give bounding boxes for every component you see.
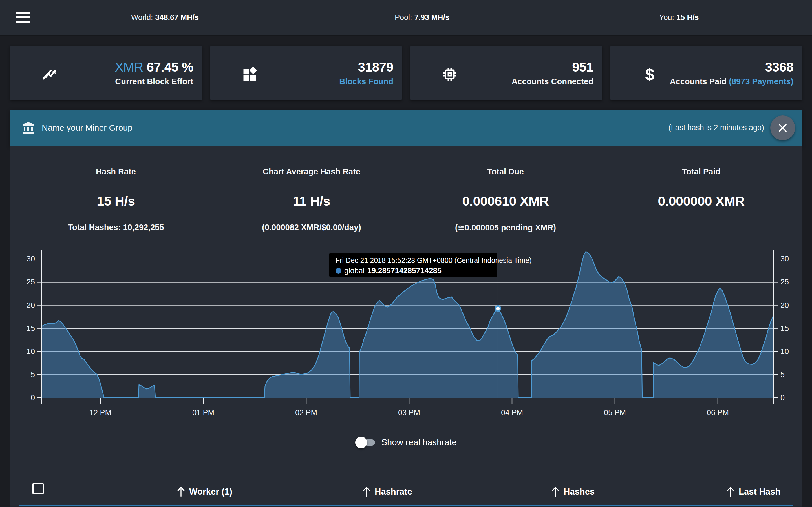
- widgets-icon: [241, 65, 259, 83]
- svg-text:15: 15: [780, 324, 789, 333]
- card-accounts-paid: $ 3368 Accounts Paid (8973 Payments): [610, 46, 802, 100]
- svg-text:20: 20: [27, 301, 35, 309]
- miner-group-name-input[interactable]: [42, 121, 487, 135]
- card-block-effort: XMR 67.45 % Current Block Effort: [10, 46, 202, 100]
- world-value: 348.67 MH/s: [155, 13, 199, 22]
- dollar-icon: $: [641, 65, 659, 83]
- svg-text:30: 30: [780, 255, 789, 263]
- world-label: World:: [131, 13, 153, 22]
- svg-text:04 PM: 04 PM: [501, 408, 523, 417]
- chart-tooltip: Fri Dec 21 2018 15:52:23 GMT+0800 (Centr…: [329, 252, 497, 277]
- show-real-hashrate-toggle[interactable]: [355, 436, 375, 449]
- hashrate-chart[interactable]: 00551010151520202525303012 PM01 PM02 PM0…: [10, 146, 802, 507]
- bank-icon: [21, 121, 35, 136]
- toggle-row: Show real hashrate: [10, 433, 802, 452]
- close-button[interactable]: [770, 115, 795, 140]
- svg-text:03 PM: 03 PM: [398, 408, 420, 417]
- svg-text:05 PM: 05 PM: [604, 408, 626, 417]
- svg-text:0: 0: [31, 393, 35, 402]
- pool-hashrate: Pool: 7.93 MH/s: [395, 0, 449, 35]
- select-all-checkbox[interactable]: [33, 483, 44, 494]
- block-effort-value: XMR 67.45 %: [115, 61, 193, 73]
- svg-text:12 PM: 12 PM: [89, 408, 111, 417]
- tooltip-series-name: global: [344, 267, 364, 275]
- svg-text:10: 10: [27, 347, 35, 356]
- svg-text:30: 30: [27, 255, 35, 263]
- close-icon: [777, 122, 788, 133]
- tooltip-timestamp: Fri Dec 21 2018 15:52:23 GMT+0800 (Centr…: [336, 256, 491, 265]
- column-header-last-hash[interactable]: Last Hash: [726, 483, 780, 500]
- sort-arrow-up-icon: [726, 486, 735, 497]
- svg-text:02 PM: 02 PM: [295, 408, 317, 417]
- card-accounts-connected: 951 Accounts Connected: [410, 46, 602, 100]
- svg-text:25: 25: [27, 278, 35, 286]
- svg-text:15: 15: [27, 324, 35, 333]
- last-hash-status: (Last hash is 2 minutes ago): [668, 110, 764, 146]
- accounts-paid-label: Accounts Paid (8973 Payments): [670, 77, 794, 86]
- sort-arrow-up-icon: [176, 486, 186, 497]
- trending-chart-icon: [41, 65, 59, 83]
- svg-text:10: 10: [780, 347, 789, 356]
- accounts-paid-value: 3368: [765, 61, 794, 73]
- card-blocks-found: 31879 Blocks Found: [210, 46, 402, 100]
- world-hashrate: World: 348.67 MH/s: [131, 0, 199, 35]
- accounts-connected-label: Accounts Connected: [511, 77, 593, 86]
- column-header-hashes[interactable]: Hashes: [551, 483, 595, 500]
- series-dot-icon: [336, 268, 342, 274]
- sort-arrow-up-icon: [362, 486, 371, 497]
- svg-text:25: 25: [780, 278, 789, 286]
- svg-text:5: 5: [31, 371, 35, 379]
- menu-icon[interactable]: [16, 11, 31, 24]
- svg-text:5: 5: [780, 371, 784, 379]
- xmr-prefix: XMR: [115, 60, 143, 74]
- your-hashrate: You: 15 H/s: [659, 0, 699, 35]
- payments-link[interactable]: (8973 Payments): [729, 77, 794, 86]
- toggle-knob: [355, 437, 367, 448]
- blocks-found-value: 31879: [358, 61, 393, 73]
- svg-text:20: 20: [780, 301, 789, 309]
- miner-group-banner: (Last hash is 2 minutes ago): [10, 110, 802, 146]
- top-bar: World: 348.67 MH/s Pool: 7.93 MH/s You: …: [0, 0, 812, 36]
- svg-text:01 PM: 01 PM: [192, 408, 214, 417]
- miner-stats-panel: Hash Rate 15 H/s Total Hashes: 10,292,25…: [10, 146, 802, 507]
- you-label: You:: [659, 13, 674, 22]
- blocks-found-link[interactable]: Blocks Found: [339, 77, 393, 86]
- stat-cards: XMR 67.45 % Current Block Effort 31879 B…: [10, 46, 802, 100]
- toggle-label: Show real hashrate: [381, 438, 456, 448]
- sort-arrow-up-icon: [551, 486, 560, 497]
- column-header-hashrate[interactable]: Hashrate: [362, 483, 412, 500]
- tooltip-value: 19.285714285714285: [367, 267, 442, 275]
- svg-text:0: 0: [780, 393, 784, 402]
- block-effort-label: Current Block Effort: [115, 77, 193, 86]
- you-value: 15 H/s: [676, 13, 699, 22]
- pool-value: 7.93 MH/s: [414, 13, 450, 22]
- mining-dashboard: World: 348.67 MH/s Pool: 7.93 MH/s You: …: [0, 0, 812, 507]
- accounts-connected-value: 951: [572, 61, 593, 73]
- memory-chip-icon: [441, 65, 459, 83]
- column-header-worker[interactable]: Worker (1): [176, 483, 232, 500]
- table-body-edge: [10, 506, 802, 507]
- svg-text:06 PM: 06 PM: [707, 408, 729, 417]
- pool-label: Pool:: [395, 13, 412, 22]
